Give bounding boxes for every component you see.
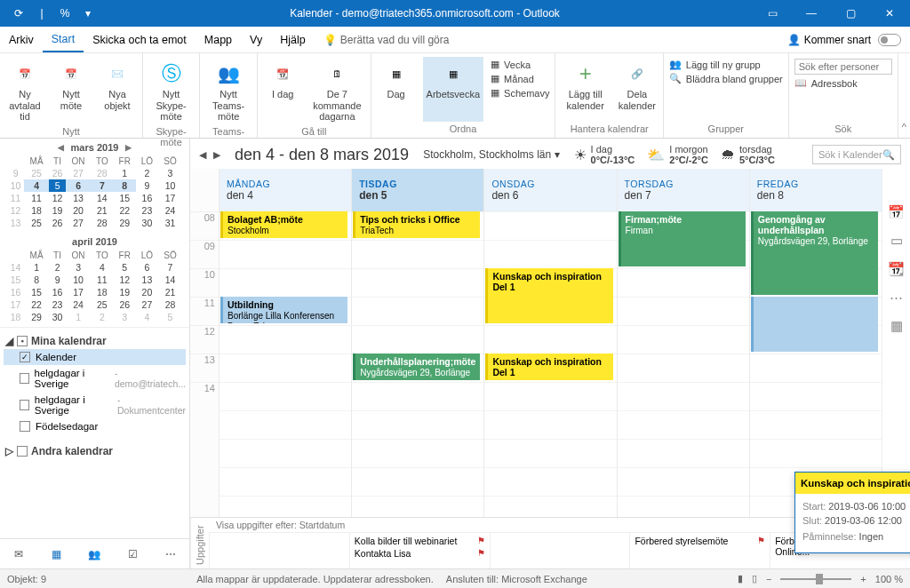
calendar-event[interactable]: UtbildningBorlänge Lilla Konferensen Dem… — [220, 297, 347, 323]
tasks-tue[interactable]: Kolla bilder till webinariet⚑Kontakta Li… — [349, 533, 490, 568]
new-items-button[interactable]: ✉️Nya objekt — [98, 57, 137, 124]
day-column[interactable]: Firman;möteFirman — [617, 211, 749, 517]
calendar-nav-icon[interactable]: ▦ — [45, 543, 68, 566]
calendar-event[interactable]: Bolaget AB;möteStockholm — [220, 211, 347, 238]
quicklink-icon[interactable]: % — [59, 7, 71, 20]
gadget-1-icon[interactable]: 📅 — [888, 204, 905, 220]
calendar-item[interactable]: helgdagar i Sverige - demo@triatech... — [4, 365, 186, 392]
day-view-button[interactable]: ▦Dag — [377, 57, 416, 122]
gadget-2-icon[interactable]: ▭ — [890, 233, 903, 249]
view-normal-icon[interactable]: ▮ — [738, 573, 743, 584]
share-calendar-button[interactable]: 🔗Dela kalender — [617, 57, 658, 122]
week-icon: 🗓 — [322, 59, 352, 89]
zoom-out-icon[interactable]: − — [766, 574, 771, 584]
tab-arkiv[interactable]: Arkiv — [0, 27, 43, 52]
calendar-event[interactable]: Firman;möteFirman — [619, 211, 746, 266]
teams-meeting-button[interactable]: 👥Nytt Teams- möte — [205, 57, 251, 124]
gadget-5-icon[interactable]: ▦ — [890, 318, 903, 334]
tasks-wed[interactable] — [490, 533, 630, 568]
calendar-item[interactable]: Födelsedagar — [4, 418, 186, 434]
day-column[interactable]: Tips och tricks i OfficeTriaTechUnderhål… — [351, 211, 483, 517]
view-reading-icon[interactable]: ▯ — [752, 573, 757, 584]
month-view-button[interactable]: ▦Månad — [491, 73, 549, 84]
calendar-item[interactable]: ✓Kalender — [4, 349, 186, 365]
calendar-event[interactable] — [751, 297, 878, 352]
skype-meeting-button[interactable]: ⓈNytt Skype- möte — [148, 57, 194, 124]
mail-nav-icon[interactable]: ✉ — [7, 543, 30, 566]
add-group-button[interactable]: 👥Lägg till ny grupp — [669, 59, 783, 70]
day-header[interactable]: FREDAGden 8 — [749, 169, 882, 211]
minical-mars[interactable]: ◀mars 2019▶MÅTIONTOFRLÖSÖ925262728123104… — [0, 139, 189, 233]
flag-icon[interactable]: ⚑ — [477, 536, 485, 546]
calendar-event[interactable]: Tips och tricks i OfficeTriaTech — [353, 211, 480, 238]
next-week-icon[interactable]: ▶ — [213, 149, 220, 161]
ribbon-mode-icon[interactable]: ▭ — [755, 0, 789, 27]
task-item[interactable]: Kolla bilder till webinariet⚑ — [355, 536, 485, 546]
addressbook-button[interactable]: 📖Adressbok — [794, 77, 892, 89]
nav-bar: ✉ ▦ 👥 ☑ ⋯ — [0, 538, 189, 568]
calendar-event[interactable]: Kunskap och inspiration Del 1 — [485, 354, 612, 380]
new-meeting-button[interactable]: 📅Nytt möte — [52, 57, 91, 124]
dropdown-icon[interactable]: ▾ — [82, 7, 94, 20]
collapse-ribbon-icon[interactable]: ^ — [898, 53, 910, 138]
workweek-view-button[interactable]: ▦Arbetsvecka — [423, 57, 484, 122]
search-people-input[interactable] — [794, 59, 892, 75]
tab-hjalp[interactable]: Hjälp — [271, 27, 315, 52]
calendar-event[interactable]: Kunskap och inspiration Del 1 — [485, 268, 612, 323]
tasks-mon[interactable] — [209, 533, 349, 568]
flag-icon[interactable]: ⚑ — [757, 536, 765, 546]
sync-icon[interactable]: ⟳ — [12, 7, 25, 20]
calendar-event[interactable]: Genomgång av underhållsplanNygårdsvägen … — [751, 211, 878, 295]
zoom-slider[interactable] — [780, 578, 851, 580]
day-header[interactable]: TORSDAGden 7 — [617, 169, 749, 211]
event-tooltip: Kunskap och inspiration Del 1 Start: 201… — [794, 472, 910, 553]
next-month-icon[interactable]: ▶ — [125, 143, 132, 152]
day-header[interactable]: ONSDAGden 6 — [483, 169, 616, 211]
prev-week-icon[interactable]: ◀ — [199, 149, 206, 161]
new-appointment-button[interactable]: 📅Ny avtalad tid — [5, 57, 44, 124]
tab-vy[interactable]: Vy — [241, 27, 271, 52]
maximize-icon[interactable]: ▢ — [834, 0, 867, 27]
tab-mapp[interactable]: Mapp — [196, 27, 241, 52]
weather-day[interactable]: ⛅I morgon2°C/-2°C — [647, 144, 708, 165]
status-objects: Objekt: 9 — [7, 574, 46, 584]
task-item[interactable]: Kontakta Lisa⚑ — [355, 548, 485, 559]
today-button[interactable]: 📆I dag — [263, 57, 302, 124]
add-calendar-button[interactable]: +Lägg till kalender — [561, 57, 609, 122]
tab-start[interactable]: Start — [43, 27, 84, 52]
more-nav-icon[interactable]: ⋯ — [159, 543, 182, 566]
day-header[interactable]: MÅNDAGden 4 — [219, 169, 351, 211]
calendar-item[interactable]: helgdagar i Sverige - Dokumentcenter — [4, 392, 186, 418]
close-icon[interactable]: ✕ — [873, 0, 906, 27]
gadget-4-icon[interactable]: ⋯ — [890, 290, 903, 306]
other-calendars-header[interactable]: ▷Andra kalendrar — [4, 443, 186, 459]
week-view-button[interactable]: ▦Vecka — [491, 59, 549, 70]
weather-day[interactable]: ☀I dag0°C/-13°C — [574, 144, 635, 165]
zoom-in-icon[interactable]: + — [860, 574, 866, 584]
tasks-nav-icon[interactable]: ☑ — [121, 543, 144, 566]
calendar-event[interactable]: Underhållsplanering;möteNygårdsvägen 29,… — [353, 354, 480, 380]
location-dropdown[interactable]: Stockholm, Stockholms län ▾ — [423, 148, 559, 161]
minical-april[interactable]: april 2019MÅTIONTOFRLÖSÖ1412345671589101… — [0, 233, 189, 327]
day-header[interactable]: TISDAGden 5 — [351, 169, 483, 211]
week-icon: ▦ — [491, 59, 499, 70]
flag-icon[interactable]: ⚑ — [477, 548, 485, 559]
day-column[interactable]: Bolaget AB;möteStockholmUtbildningBorlän… — [219, 211, 351, 517]
search-calendar-input[interactable]: Sök i Kalender🔍 — [812, 145, 901, 164]
prev-month-icon[interactable]: ◀ — [58, 143, 64, 152]
gadget-3-icon[interactable]: 📆 — [888, 261, 905, 277]
day-column[interactable]: Kunskap och inspiration Del 1Kunskap och… — [483, 211, 616, 517]
people-nav-icon[interactable]: 👥 — [83, 543, 106, 566]
task-item[interactable]: Förbered styrelsemöte⚑ — [635, 536, 765, 546]
window-title: Kalender - demo@triatech365.onmicrosoft.… — [94, 7, 755, 20]
schedule-view-button[interactable]: ▦Schemavy — [491, 87, 549, 99]
my-calendars-header[interactable]: ◢▪Mina kalendrar — [4, 333, 186, 349]
tell-me-input[interactable]: 💡 Berätta vad du vill göra — [323, 34, 450, 46]
coming-soon-toggle[interactable] — [878, 34, 901, 46]
browse-groups-button[interactable]: 🔍Bläddra bland grupper — [669, 73, 783, 84]
next7days-button[interactable]: 🗓De 7 kommande dagarna — [309, 57, 364, 124]
tasks-thu[interactable]: Förbered styrelsemöte⚑ — [629, 533, 770, 568]
minimize-icon[interactable]: — — [794, 0, 828, 27]
tab-skicka[interactable]: Skicka och ta emot — [84, 27, 196, 52]
weather-day[interactable]: 🌧torsdag5°C/3°C — [721, 144, 775, 165]
